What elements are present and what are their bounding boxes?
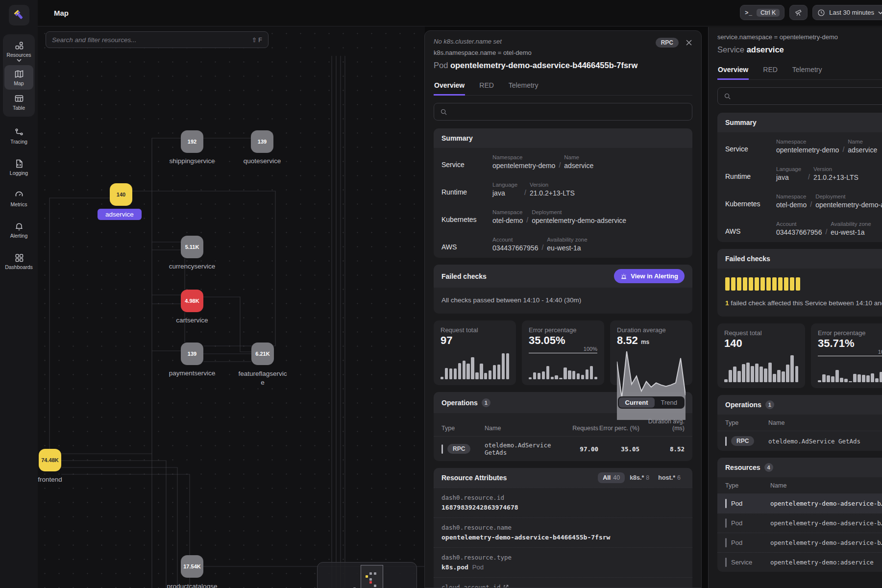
time-range-picker[interactable]: Last 30 minutes xyxy=(812,5,882,20)
minimap-dot-error xyxy=(369,581,372,584)
map-node-productcatalogservice[interactable]: 17.54K xyxy=(181,555,203,578)
tab-telemetry[interactable]: Telemetry xyxy=(508,78,539,95)
sidebar-item-label: Logging xyxy=(10,170,28,176)
map-node-cartservice[interactable]: 4.98K xyxy=(181,290,203,312)
operations-heading: Operations xyxy=(725,401,761,409)
minimap-dot xyxy=(369,572,372,575)
map-node-featureflagservice[interactable]: 6.21K xyxy=(251,343,274,365)
attribute-item[interactable]: cloud.account.id 034437667956 xyxy=(434,577,692,588)
error-percentage-card: Error percentage 35.71% 100% xyxy=(811,323,882,388)
map-node-currencyservice[interactable]: 5.11K xyxy=(181,236,203,258)
sidebar-item-dashboards[interactable]: Dashboards xyxy=(3,249,35,273)
service-panel-search-input[interactable] xyxy=(735,93,882,100)
summary-row-runtime: Runtime Languagejava / Version21.0.2+13-… xyxy=(434,175,692,203)
resource-kind: Service xyxy=(717,45,744,54)
map-node-adservice[interactable]: 140 xyxy=(110,183,132,206)
operation-row[interactable]: RPC oteldemo.AdService GetAds 97.00 35.0… xyxy=(434,436,692,461)
toggle-trend[interactable]: Trend xyxy=(655,397,684,408)
sidebar-item-label: Metrics xyxy=(11,201,27,207)
explore-button[interactable] xyxy=(789,5,808,20)
cluster-notice: No k8s.cluster.name set xyxy=(434,38,637,45)
map-node-shippingservice[interactable]: 192 xyxy=(181,130,203,153)
attribute-item[interactable]: dash0.resource.name opentelemetry-demo-a… xyxy=(434,517,692,547)
operations-card: Operations1 Type Name Requests RPC oteld… xyxy=(717,395,882,451)
resource-row[interactable]: Pod opentelemetry-demo-adservice-b… 4 xyxy=(717,513,882,533)
chip-all[interactable]: All40 xyxy=(598,472,625,483)
tab-red[interactable]: RED xyxy=(762,62,778,79)
sidebar-item-map[interactable]: Map xyxy=(4,65,33,90)
minimap-viewport[interactable] xyxy=(361,565,383,588)
sidebar-item-table[interactable]: Table xyxy=(4,90,33,114)
pod-detail-panel: No k8s.cluster.name set k8s.namespace.na… xyxy=(424,30,702,588)
tab-overview[interactable]: Overview xyxy=(717,62,749,80)
pod-metric-cards: Request total 97 Error percentage 35.05%… xyxy=(434,320,692,385)
app-logo[interactable] xyxy=(9,5,29,25)
resources-card: Resources4 Type Name Requests Pod opente… xyxy=(717,458,882,572)
summary-row-kubernetes: Kubernetes Namespaceotel-demo / Deployme… xyxy=(717,187,882,215)
attribute-filter-chips: All40 k8s.*8 host.*6 xyxy=(598,472,685,483)
tab-red[interactable]: RED xyxy=(479,78,494,95)
chip-k8s[interactable]: k8s.*8 xyxy=(626,472,653,483)
service-tabs: Overview RED Telemetry xyxy=(717,62,882,80)
sidebar-item-metrics[interactable]: Metrics xyxy=(3,186,35,211)
map-node-frontend[interactable]: 74.48K xyxy=(39,449,61,471)
current-trend-toggle: Current Trend xyxy=(618,396,685,409)
request-total-card: Request total 140 xyxy=(717,323,805,388)
close-panel-button[interactable] xyxy=(686,39,692,46)
summary-row-runtime: Runtime Languagejava / Version21.0.2+13-… xyxy=(717,160,882,187)
service-map[interactable]: ⇧ F xyxy=(38,26,425,588)
resource-row[interactable]: Pod opentelemetry-demo-adservice-b… xyxy=(717,533,882,552)
chip-host[interactable]: host.*6 xyxy=(654,472,685,483)
sidebar-item-alerting[interactable]: Alerting xyxy=(3,218,35,242)
namespace-filter: k8s.namespace.name = otel-demo xyxy=(434,49,637,56)
resources-table-header: Type Name Requests xyxy=(717,477,882,493)
operation-row[interactable]: RPC oteldemo.AdService GetAds 140 xyxy=(717,431,882,451)
resource-kind: Pod xyxy=(434,61,448,70)
resource-attributes-heading: Resource Attributes xyxy=(441,474,507,482)
pod-panel-search[interactable] xyxy=(434,103,692,121)
ctrl-k-shortcut: Ctrl K xyxy=(757,9,780,17)
sidebar-item-tracing[interactable]: Tracing xyxy=(3,123,35,148)
view-in-alerting-button[interactable]: View in Alerting xyxy=(614,269,685,283)
resource-row-selected[interactable]: Pod opentelemetry-demo-adservice-b… 97 xyxy=(717,493,882,513)
sidebar-item-resources[interactable]: Resources xyxy=(4,37,33,65)
duration-average-card: Duration average 8.52 ms xyxy=(610,320,692,385)
command-palette-button[interactable]: >_ Ctrl K xyxy=(740,5,784,20)
request-total-chart xyxy=(724,354,798,383)
summary-row-aws: AWS Account034437667956 / Availability z… xyxy=(717,215,882,242)
service-metric-cards: Request total 140 Error percentage 35.71… xyxy=(717,323,882,388)
operations-heading: Operations xyxy=(441,399,478,407)
sidebar-item-label: Resources xyxy=(6,52,31,58)
pod-tabs: Overview RED Telemetry xyxy=(434,78,692,96)
attribute-item[interactable]: dash0.resource.type k8s.podPod xyxy=(434,547,692,577)
chevron-down-icon xyxy=(878,11,882,14)
map-node-paymentservice[interactable]: 139 xyxy=(181,343,203,365)
toggle-current[interactable]: Current xyxy=(619,397,655,408)
request-total-card: Request total 97 xyxy=(434,320,516,385)
service-panel-search[interactable] xyxy=(717,87,882,105)
node-value: 139 xyxy=(258,139,267,145)
tracing-icon xyxy=(14,127,24,137)
minimap-dot xyxy=(374,585,376,587)
tab-overview[interactable]: Overview xyxy=(434,78,465,96)
sidebar-item-label: Dashboards xyxy=(5,264,33,270)
map-search-box[interactable]: ⇧ F xyxy=(46,31,269,48)
map-node-quoteservice[interactable]: 139 xyxy=(251,130,273,153)
duration-average-chart xyxy=(617,351,686,420)
attribute-item[interactable]: dash0.resource.id 16879839242863974678 xyxy=(434,488,692,517)
selected-node-pill[interactable]: adservice xyxy=(98,209,142,220)
external-link-icon xyxy=(503,585,509,588)
resource-name: adservice xyxy=(747,45,784,54)
minimap[interactable] xyxy=(317,562,417,588)
pod-panel-search-input[interactable] xyxy=(452,108,686,116)
app-root: Resources Map Table Tracing xyxy=(0,0,882,588)
map-search-input[interactable] xyxy=(52,36,247,44)
summary-heading: Summary xyxy=(725,119,757,126)
sidebar-item-logging[interactable]: Logging xyxy=(3,155,35,179)
dashboards-icon xyxy=(14,253,24,263)
resource-row[interactable]: Service opentelemetry-demo:adservice xyxy=(717,552,882,572)
row-indicator xyxy=(725,518,727,528)
tab-telemetry[interactable]: Telemetry xyxy=(792,62,823,79)
operation-name: oteldemo.AdService GetAds xyxy=(485,441,563,456)
resource-name: opentelemetry-demo-adservice-b… xyxy=(770,539,882,546)
